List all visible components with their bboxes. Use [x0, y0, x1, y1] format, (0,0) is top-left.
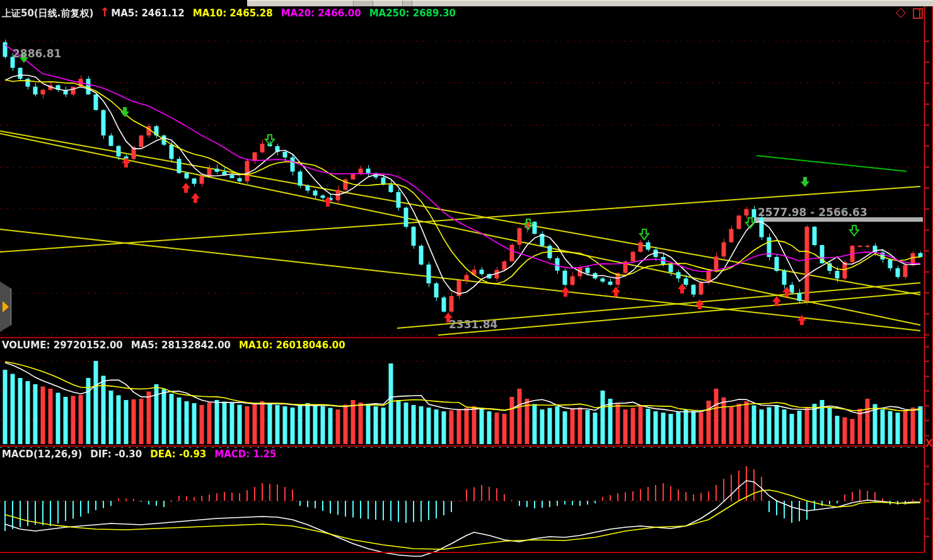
volume-ma10: MA10: 26018046.00 — [239, 340, 345, 351]
main-chart-header: 上证50(日线.前复权) ↑ MA5: 2461.12 MA10: 2465.2… — [2, 8, 456, 20]
split-window-icon[interactable] — [913, 8, 923, 19]
ma20-legend: MA20: 2466.00 — [281, 8, 361, 19]
expander-arrow-icon — [3, 301, 9, 312]
top-strip-separator — [353, 1, 373, 6]
high-price-label: 2886.81 — [13, 47, 61, 60]
gap-price-label: 2577.98 - 2566.63 — [758, 206, 867, 219]
diamond-tool-icon[interactable]: ◇ — [896, 6, 906, 19]
split-window-icon-bar — [919, 9, 920, 18]
macd-value: MACD: 1.25 — [214, 449, 276, 460]
sidebar-expander-handle[interactable] — [0, 282, 11, 332]
window-top-strip — [247, 0, 933, 6]
macd-dea: DEA: -0.93 — [150, 449, 206, 460]
macd-dif: DIF: -0.30 — [90, 449, 142, 460]
trading-app-window: 上证50(日线.前复权) ↑ MA5: 2461.12 MA10: 2465.2… — [0, 0, 933, 560]
ma10-legend: MA10: 2465.28 — [193, 8, 273, 19]
chart-title: 上证50(日线.前复权) — [2, 8, 93, 20]
volume-header: VOLUME: 29720152.00 MA5: 28132842.00 MA1… — [2, 340, 345, 351]
ma250-legend: MA250: 2689.30 — [369, 8, 456, 19]
volume-ma5: MA5: 28132842.00 — [131, 340, 231, 351]
macd-params: MACD(12,26,9) — [2, 449, 82, 460]
top-strip-separator — [402, 1, 412, 6]
trend-up-icon: ↑ — [100, 9, 110, 15]
macd-header: MACD(12,26,9) DIF: -0.30 DEA: -0.93 MACD… — [2, 449, 277, 460]
close-indicator-icon[interactable]: X — [925, 439, 933, 449]
low-price-label: 2331.84 — [449, 318, 497, 331]
volume-value: VOLUME: 29720152.00 — [2, 340, 123, 351]
ma5-legend: MA5: 2461.12 — [111, 8, 185, 19]
kline-chart-canvas[interactable] — [0, 0, 933, 560]
